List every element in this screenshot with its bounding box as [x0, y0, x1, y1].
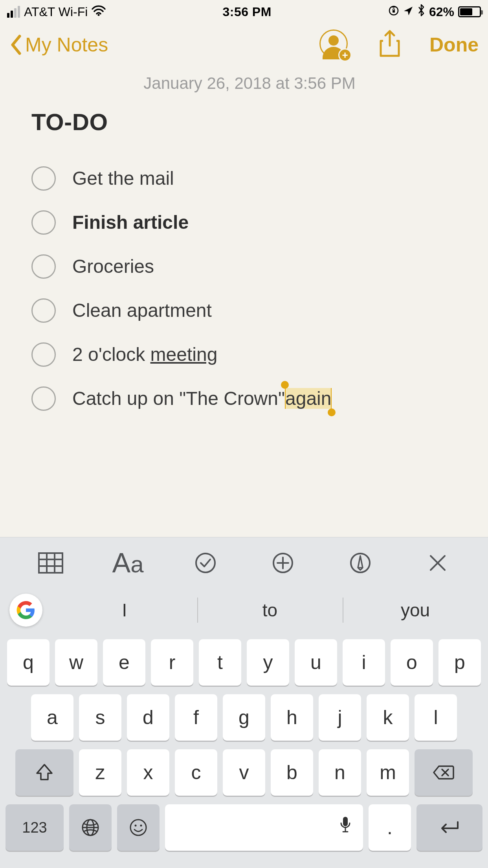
key-w[interactable]: w: [55, 639, 97, 686]
checklist-button[interactable]: [184, 545, 227, 581]
close-toolbar-button[interactable]: [416, 545, 459, 581]
key-h[interactable]: h: [271, 694, 313, 741]
checklist-item-text[interactable]: Groceries: [72, 255, 154, 278]
selected-text[interactable]: again: [285, 388, 332, 409]
checklist-item[interactable]: Finish article: [31, 210, 468, 235]
add-attachment-button[interactable]: [261, 545, 305, 581]
wifi-icon: [92, 5, 106, 19]
note-title[interactable]: TO-DO: [31, 108, 468, 136]
checklist-item-text[interactable]: Clean apartment: [72, 299, 212, 322]
share-icon: [378, 30, 401, 58]
key-a[interactable]: a: [31, 694, 73, 741]
back-label: My Notes: [25, 33, 108, 56]
key-l[interactable]: l: [415, 694, 457, 741]
key-m[interactable]: m: [367, 749, 409, 796]
backspace-icon: [433, 765, 455, 780]
text-format-button[interactable]: Aa: [106, 545, 150, 581]
orientation-lock-icon: [388, 5, 399, 19]
checkbox[interactable]: [31, 386, 56, 411]
mic-icon: [339, 815, 351, 838]
period-key[interactable]: .: [369, 804, 411, 851]
status-bar: AT&T Wi-Fi 3:56 PM 62%: [0, 0, 488, 24]
checklist-item-text[interactable]: 2 o'clock meeting: [72, 343, 217, 366]
key-e[interactable]: e: [103, 639, 145, 686]
plus-badge-icon: +: [338, 48, 352, 62]
keyboard: qwertyuiop asdfghjkl zxcvbnm 123 .: [0, 632, 488, 868]
checklist-item-text[interactable]: Finish article: [72, 211, 189, 234]
draw-button[interactable]: [339, 545, 382, 581]
svg-point-23: [140, 825, 142, 827]
key-o[interactable]: o: [391, 639, 433, 686]
svg-point-0: [98, 14, 100, 16]
smiley-icon: [129, 818, 148, 837]
space-key[interactable]: [165, 804, 363, 851]
key-n[interactable]: n: [319, 749, 361, 796]
checkbox[interactable]: [31, 298, 56, 323]
checklist-item-text[interactable]: Catch up on "The Crown" again: [72, 387, 332, 410]
suggestion[interactable]: to: [197, 596, 343, 624]
checkbox[interactable]: [31, 254, 56, 279]
backspace-key[interactable]: [415, 749, 473, 796]
key-g[interactable]: g: [223, 694, 265, 741]
battery-icon: [458, 6, 481, 17]
note-datetime: January 26, 2018 at 3:56 PM: [31, 74, 468, 93]
key-c[interactable]: c: [175, 749, 217, 796]
table-button[interactable]: [29, 545, 72, 581]
suggestion-row: I to you: [0, 588, 488, 632]
shift-key[interactable]: [15, 749, 73, 796]
checklist-item[interactable]: Clean apartment: [31, 298, 468, 323]
note-content[interactable]: January 26, 2018 at 3:56 PM TO-DO Get th…: [0, 66, 488, 537]
checkbox[interactable]: [31, 210, 56, 235]
underlined-text[interactable]: meeting: [150, 344, 218, 365]
key-k[interactable]: k: [367, 694, 409, 741]
google-logo-icon: [16, 600, 36, 620]
svg-point-22: [135, 825, 137, 827]
key-y[interactable]: y: [247, 639, 289, 686]
key-u[interactable]: u: [295, 639, 337, 686]
done-button[interactable]: Done: [429, 33, 479, 56]
svg-point-21: [130, 820, 146, 835]
key-s[interactable]: s: [79, 694, 121, 741]
checklist-item-text[interactable]: Get the mail: [72, 167, 174, 190]
key-v[interactable]: v: [223, 749, 265, 796]
location-icon: [403, 5, 413, 19]
key-q[interactable]: q: [7, 639, 50, 686]
key-t[interactable]: t: [199, 639, 241, 686]
key-f[interactable]: f: [175, 694, 217, 741]
checkbox[interactable]: [31, 342, 56, 367]
globe-icon: [81, 818, 100, 837]
key-z[interactable]: z: [79, 749, 121, 796]
checklist-item[interactable]: Get the mail: [31, 166, 468, 191]
svg-rect-2: [393, 10, 395, 13]
carrier-label: AT&T Wi-Fi: [24, 5, 88, 19]
key-d[interactable]: d: [127, 694, 169, 741]
add-people-button[interactable]: +: [319, 29, 350, 60]
svg-rect-3: [39, 553, 62, 573]
key-j[interactable]: j: [319, 694, 361, 741]
google-keyboard-button[interactable]: [9, 594, 42, 627]
checklist-item[interactable]: Groceries: [31, 254, 468, 279]
share-button[interactable]: [378, 30, 401, 60]
close-icon: [428, 554, 447, 572]
key-i[interactable]: i: [343, 639, 385, 686]
plus-circle-icon: [272, 552, 294, 574]
selection-handle-end[interactable]: [328, 408, 336, 416]
table-icon: [38, 552, 63, 574]
numbers-key[interactable]: 123: [6, 804, 64, 851]
key-p[interactable]: p: [438, 639, 481, 686]
check-circle-icon: [194, 552, 216, 574]
checklist-item[interactable]: 2 o'clock meeting: [31, 342, 468, 367]
back-button[interactable]: My Notes: [9, 33, 108, 56]
key-r[interactable]: r: [151, 639, 193, 686]
checklist-item[interactable]: Catch up on "The Crown" again: [31, 386, 468, 411]
globe-key[interactable]: [69, 804, 112, 851]
key-x[interactable]: x: [127, 749, 169, 796]
key-b[interactable]: b: [271, 749, 313, 796]
emoji-key[interactable]: [117, 804, 160, 851]
return-key[interactable]: [416, 804, 482, 851]
suggestion[interactable]: I: [52, 596, 197, 624]
format-toolbar: Aa: [0, 537, 488, 588]
suggestion[interactable]: you: [343, 596, 488, 624]
bluetooth-icon: [417, 4, 425, 20]
checkbox[interactable]: [31, 166, 56, 191]
